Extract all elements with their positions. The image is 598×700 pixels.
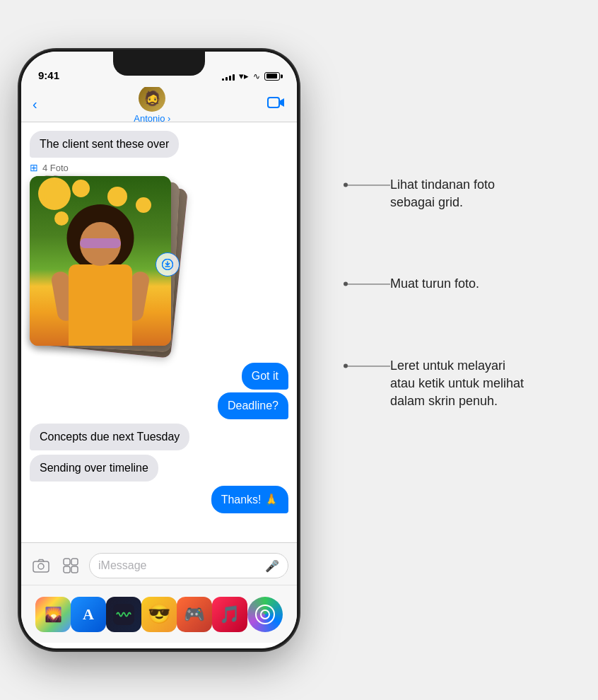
back-button[interactable]: ‹ xyxy=(33,96,37,112)
annotation-download: Muat turun foto. xyxy=(344,276,584,293)
apps-button[interactable] xyxy=(59,554,82,577)
message-bubble-sent-thanks: Thanks! 🙏 xyxy=(211,486,288,513)
svg-rect-5 xyxy=(71,559,78,565)
annotation-text-2: Muat turun foto. xyxy=(390,276,479,293)
avatar: 🧔 xyxy=(139,85,165,112)
photo-stack-container[interactable]: ⊞ 4 Foto xyxy=(30,162,185,358)
mic-icon: 🎤 xyxy=(265,559,279,573)
photo-stack[interactable] xyxy=(30,176,185,353)
annotation-line-3 xyxy=(348,366,390,366)
notch xyxy=(113,52,205,76)
svg-rect-7 xyxy=(71,566,78,573)
dock-appstore-icon[interactable]: A xyxy=(71,597,106,632)
dock-fitness-icon[interactable] xyxy=(247,597,283,632)
message-bubble-sent-gotit: Got it xyxy=(242,363,288,390)
svg-point-9 xyxy=(256,605,274,624)
contact-name[interactable]: Antonio › xyxy=(134,113,170,124)
annotation-text-3: Leret untuk melayariatau ketik untuk mel… xyxy=(390,357,524,411)
photo-count-label: ⊞ 4 Foto xyxy=(30,162,185,173)
wifi-symbol: ∿ xyxy=(253,71,260,81)
download-button[interactable] xyxy=(156,252,180,276)
contact-info[interactable]: 🧔 Antonio › xyxy=(134,85,170,124)
sent-group: Got it Deadline? xyxy=(30,363,288,419)
message-bubble-sent-deadline: Deadline? xyxy=(218,392,288,419)
svg-rect-8 xyxy=(113,604,134,625)
svg-rect-4 xyxy=(64,559,70,565)
message-bubble-received: The client sent these over xyxy=(30,131,179,158)
wifi-icon: ▾▸ xyxy=(239,71,249,81)
message-input[interactable]: iMessage 🎤 xyxy=(89,553,288,578)
annotation-text-1: Lihat tindanan fotosebagai grid. xyxy=(390,176,495,211)
dock-voice-icon[interactable] xyxy=(106,597,141,632)
photo-card-front[interactable] xyxy=(30,176,171,346)
input-placeholder: iMessage xyxy=(98,559,146,572)
dock-game-icon[interactable]: 🎮 xyxy=(177,597,212,632)
svg-point-10 xyxy=(261,610,269,619)
annotations-area: Lihat tindanan fotosebagai grid. Muat tu… xyxy=(344,289,584,410)
message-bubble-received-timeline: Sending over timeline xyxy=(30,455,158,482)
svg-rect-0 xyxy=(268,98,279,107)
phone-frame: 9:41 ▾▸ ∿ ‹ 🧔 Antonio › xyxy=(21,52,297,648)
status-time: 9:41 xyxy=(38,69,59,81)
dock: 🌄 A 😎 🎮 🎵 xyxy=(21,585,297,643)
dock-music-icon[interactable]: 🎵 xyxy=(212,597,247,632)
nav-bar: ‹ 🧔 Antonio › xyxy=(21,87,297,122)
svg-rect-6 xyxy=(64,566,70,573)
dock-photos-icon[interactable]: 🌄 xyxy=(35,597,71,632)
camera-button[interactable] xyxy=(30,554,52,577)
signal-icon xyxy=(222,72,235,81)
annotation-grid: Lihat tindanan fotosebagai grid. xyxy=(344,176,584,211)
annotation-line-2 xyxy=(348,284,390,285)
svg-point-3 xyxy=(38,564,44,569)
input-bar: iMessage 🎤 xyxy=(21,542,297,588)
battery-icon xyxy=(264,72,280,81)
dock-memoji-icon[interactable]: 😎 xyxy=(141,597,177,632)
messages-area[interactable]: The client sent these over ⊞ 4 Foto xyxy=(21,122,297,542)
grid-icon: ⊞ xyxy=(30,162,38,173)
annotation-swipe: Leret untuk melayariatau ketik untuk mel… xyxy=(344,357,584,411)
message-bubble-received-concepts: Concepts due next Tuesday xyxy=(30,424,189,450)
scene: 9:41 ▾▸ ∿ ‹ 🧔 Antonio › xyxy=(0,0,598,700)
annotation-line-1 xyxy=(348,185,390,185)
video-call-button[interactable] xyxy=(267,95,286,114)
status-icons: ▾▸ ∿ xyxy=(222,71,280,81)
